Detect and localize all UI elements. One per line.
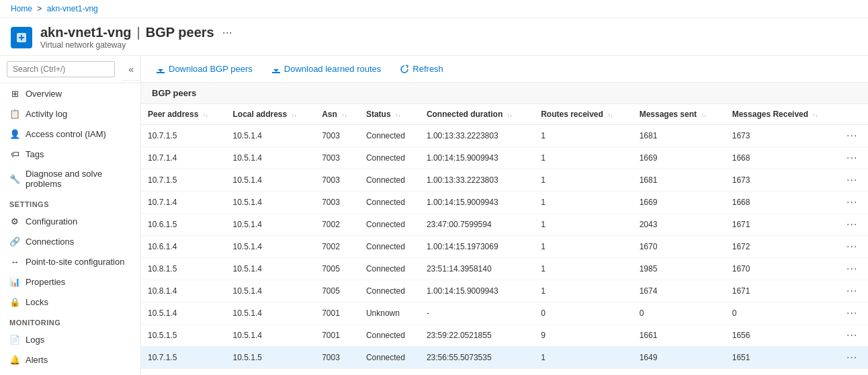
row-menu-icon[interactable]: ···: [847, 351, 857, 363]
table-row[interactable]: 10.5.1.5 10.5.1.4 7001 Connected 23:59:2…: [141, 325, 868, 347]
nav-locks[interactable]: 🔒 Locks: [0, 292, 140, 312]
collapse-button[interactable]: «: [122, 58, 140, 81]
table-row[interactable]: 10.7.1.4 10.5.1.4 7003 Connected 1.00:14…: [141, 192, 868, 214]
col-status[interactable]: Status ↑↓: [359, 104, 420, 125]
cell-received: 1652: [726, 369, 840, 376]
tags-icon: 🏷: [9, 149, 20, 159]
cell-menu[interactable]: ···: [840, 125, 868, 147]
cell-menu[interactable]: ···: [840, 236, 868, 258]
cell-status: Connected: [359, 347, 420, 369]
nav-connections[interactable]: 🔗 Connections: [0, 231, 140, 251]
col-peer-address[interactable]: Peer address ↑↓: [141, 104, 226, 125]
table-row[interactable]: 10.6.1.4 10.5.1.4 7002 Connected 1.00:14…: [141, 236, 868, 258]
cell-routes: 1: [534, 236, 633, 258]
table-row[interactable]: 10.6.1.5 10.5.1.4 7002 Connected 23:47:0…: [141, 214, 868, 236]
cell-sent: 1985: [633, 258, 726, 280]
cell-menu[interactable]: ···: [840, 369, 868, 376]
cell-local: 10.5.1.4: [226, 214, 316, 236]
table-row[interactable]: 10.5.1.4 10.5.1.4 7001 Unknown - 0 0 0 ·…: [141, 302, 868, 325]
cell-duration: 23:59:15.9087910: [420, 369, 534, 376]
diagnose-icon: 🔧: [9, 173, 20, 184]
row-menu-icon[interactable]: ···: [847, 196, 857, 208]
table-row[interactable]: 10.7.1.5 10.5.1.4 7003 Connected 1.00:13…: [141, 169, 868, 192]
search-input[interactable]: [7, 61, 115, 77]
nav-activity-log[interactable]: 📋 Activity log: [0, 103, 140, 124]
col-duration[interactable]: Connected duration ↑↓: [420, 104, 534, 125]
cell-menu[interactable]: ···: [840, 192, 868, 214]
nav-activity-label: Activity log: [26, 109, 67, 119]
row-menu-icon[interactable]: ···: [847, 307, 857, 319]
refresh-icon: [400, 65, 409, 74]
cell-menu[interactable]: ···: [840, 214, 868, 236]
cell-received: 1671: [726, 214, 840, 236]
cell-menu[interactable]: ···: [840, 325, 868, 347]
table-row[interactable]: 10.7.1.4 10.5.1.4 7003 Connected 1.00:14…: [141, 147, 868, 169]
nav-alerts[interactable]: 🔔 Alerts: [0, 349, 140, 370]
row-menu-icon[interactable]: ···: [847, 329, 857, 341]
nav-alerts-label: Alerts: [26, 355, 48, 365]
nav-diagnose[interactable]: 🔧 Diagnose and solve problems: [0, 164, 140, 194]
cell-menu[interactable]: ···: [840, 169, 868, 192]
sort-status-icon[interactable]: ↑↓: [395, 113, 400, 118]
breadcrumb: Home > akn-vnet1-vng: [0, 0, 868, 18]
cell-duration: 1.00:14:15.9009943: [420, 192, 534, 214]
cell-status: Connected: [359, 325, 420, 347]
row-menu-icon[interactable]: ···: [847, 241, 857, 252]
sort-sent-icon[interactable]: ↑↓: [701, 113, 706, 118]
row-menu-icon[interactable]: ···: [847, 263, 857, 274]
breadcrumb-resource[interactable]: akn-vnet1-vng: [47, 4, 98, 13]
sort-local-icon[interactable]: ↑↓: [292, 113, 297, 118]
table-row[interactable]: 10.7.1.5 10.5.1.4 7003 Connected 1.00:13…: [141, 125, 868, 147]
download-routes-button[interactable]: Download learned routes: [267, 61, 386, 77]
cell-peer: 10.5.1.4: [141, 302, 226, 325]
row-menu-icon[interactable]: ···: [847, 285, 857, 296]
properties-icon: 📊: [9, 276, 20, 287]
cell-local: 10.5.1.4: [226, 280, 316, 302]
row-menu-icon[interactable]: ···: [847, 174, 857, 185]
col-local-address[interactable]: Local address ↑↓: [226, 104, 316, 125]
nav-configuration[interactable]: ⚙ Configuration: [0, 211, 140, 231]
sort-asn-icon[interactable]: ↑↓: [341, 113, 347, 118]
nav-point-to-site[interactable]: ↔ Point-to-site configuration: [0, 251, 140, 272]
cell-menu[interactable]: ···: [840, 347, 868, 369]
download-bgp-button[interactable]: Download BGP peers: [152, 61, 257, 77]
row-menu-icon[interactable]: ···: [847, 218, 857, 230]
row-menu-icon[interactable]: ···: [847, 130, 857, 141]
breadcrumb-home[interactable]: Home: [11, 4, 32, 13]
col-sent[interactable]: Messages sent ↑↓: [633, 104, 726, 125]
sort-duration-icon[interactable]: ↑↓: [507, 113, 513, 118]
cell-local: 10.5.1.4: [226, 192, 316, 214]
cell-routes: 1: [534, 214, 633, 236]
cell-menu[interactable]: ···: [840, 147, 868, 169]
col-received[interactable]: Messages Received ↑↓: [726, 104, 840, 125]
row-menu-icon[interactable]: ···: [847, 152, 857, 163]
header-text: akn-vnet1-vng | BGP peers ··· Virtual ne…: [40, 25, 232, 50]
nav-access-control[interactable]: 👤 Access control (IAM): [0, 124, 140, 144]
nav-properties[interactable]: 📊 Properties: [0, 272, 140, 292]
table-row[interactable]: 10.8.1.5 10.5.1.4 7005 Connected 23:51:1…: [141, 258, 868, 280]
more-options-icon[interactable]: ···: [222, 26, 232, 40]
table-row[interactable]: 10.8.1.4 10.5.1.4 7005 Connected 1.00:14…: [141, 280, 868, 302]
bgp-table-wrapper[interactable]: Peer address ↑↓ Local address ↑↓ Asn ↑↓: [141, 104, 868, 375]
col-routes[interactable]: Routes received ↑↓: [534, 104, 633, 125]
cell-status: Connected: [359, 280, 420, 302]
cell-received: 1672: [726, 236, 840, 258]
nav-logs[interactable]: 📄 Logs: [0, 329, 140, 349]
sort-routes-icon[interactable]: ↑↓: [607, 113, 613, 118]
nav-overview[interactable]: ⊞ Overview: [0, 83, 140, 103]
refresh-button[interactable]: Refresh: [396, 61, 447, 77]
table-row[interactable]: 10.7.1.4 10.5.1.5 7003 Connected 23:59:1…: [141, 369, 868, 376]
sort-received-icon[interactable]: ↑↓: [812, 113, 818, 118]
download-routes-icon: [271, 65, 281, 74]
cell-menu[interactable]: ···: [840, 280, 868, 302]
cell-duration: 23:56:55.5073535: [420, 347, 534, 369]
cell-received: 1673: [726, 125, 840, 147]
sort-peer-icon[interactable]: ↑↓: [203, 113, 208, 118]
cell-peer: 10.6.1.5: [141, 214, 226, 236]
table-row[interactable]: 10.7.1.5 10.5.1.5 7003 Connected 23:56:5…: [141, 347, 868, 369]
nav-metrics[interactable]: 📈 Metrics: [0, 370, 140, 375]
col-asn[interactable]: Asn ↑↓: [315, 104, 359, 125]
cell-menu[interactable]: ···: [840, 258, 868, 280]
nav-tags[interactable]: 🏷 Tags: [0, 144, 140, 164]
cell-menu[interactable]: ···: [840, 302, 868, 325]
